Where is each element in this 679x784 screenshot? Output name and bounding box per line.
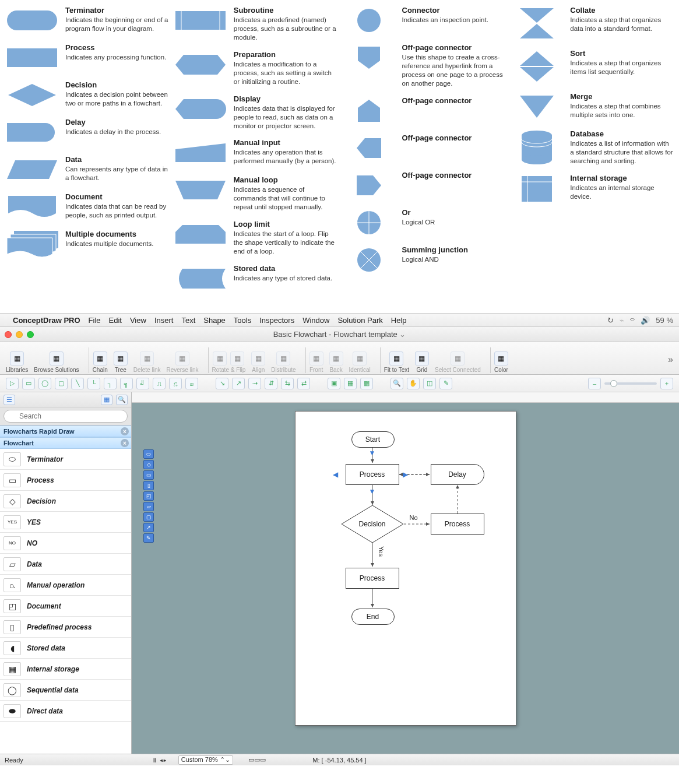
connector-tool-7[interactable]: ⎄ [185,378,198,389]
shape-item-data[interactable]: ▱Data [0,554,131,575]
close-section-icon[interactable]: × [121,427,129,435]
arrow-tool-1[interactable]: ↘ [216,378,228,389]
canvas[interactable]: ⬭ ◇ ▭ ▯ ◰ ▱ ▢ ↗ ✎ [132,403,679,754]
toolbar-chain[interactable]: ▦Chain [93,351,108,373]
menu-insert[interactable]: Insert [154,316,174,325]
arrow-tool-6[interactable]: ⇄ [297,378,310,389]
eyedropper-tool[interactable]: ✎ [439,378,452,389]
timemachine-icon[interactable]: ↻ [607,316,614,325]
pal-arrow[interactable]: ↗ [143,523,154,532]
app-name[interactable]: ConceptDraw PRO [13,316,80,325]
shape-item-stored-data[interactable]: ◖Stored data [0,638,131,659]
arrow-tool-3[interactable]: ⇢ [248,378,261,389]
node-process-1[interactable]: Process [346,464,399,485]
pal-process[interactable]: ▭ [143,470,154,480]
menu-view[interactable]: View [130,316,146,325]
shape-item-document[interactable]: ◰Document [0,596,131,617]
toolbar-overflow[interactable]: » [668,354,673,373]
ellipse-tool[interactable]: ◯ [38,378,51,389]
connector-tool-4[interactable]: ╝ [136,378,149,389]
toolbar-libraries[interactable]: ▦Libraries [6,351,28,373]
pal-data[interactable]: ▱ [143,502,154,511]
shape-item-predefined-process[interactable]: ▯Predefined process [0,617,131,638]
menu-shape[interactable]: Shape [203,316,226,325]
search-toggle-icon[interactable]: 🔍 [116,395,128,405]
shape-item-yes[interactable]: YESYES [0,512,131,533]
toolbar-browse-solutions[interactable]: ▦Browse Solutions [34,351,79,373]
menu-tools[interactable]: Tools [234,316,251,325]
toolbar-grid[interactable]: ▦Grid [415,351,429,373]
wifi-icon[interactable]: ⌔ [630,316,635,325]
close-section-icon[interactable]: × [121,439,129,447]
arrow-tool-4[interactable]: ⇵ [265,378,277,389]
zoom-in-button[interactable]: + [660,378,673,389]
panel-mode-icon[interactable]: ☰ [3,395,15,405]
toolbar-color[interactable]: ▦Color [494,351,508,373]
connector-tool-2[interactable]: ┐ [104,378,117,389]
node-decision[interactable]: Decision [341,505,404,543]
menu-window[interactable]: Window [302,316,329,325]
pal-document[interactable]: ◰ [143,491,154,501]
handle-icon[interactable]: ▼ [369,487,376,495]
shape-item-sequential-data[interactable]: ◯Sequential data [0,680,131,701]
svg-marker-22 [520,8,554,23]
crop-tool[interactable]: ◫ [423,378,436,389]
connector-tool-3[interactable]: ╗ [120,378,133,389]
node-start[interactable]: Start [351,431,395,448]
shape-item-internal-storage[interactable]: ▦Internal storage [0,659,131,680]
zoom-slider[interactable] [604,382,657,385]
pal-display[interactable]: ▢ [143,512,154,522]
pal-pencil[interactable]: ✎ [143,533,154,543]
shape-item-terminator[interactable]: ⬭Terminator [0,449,131,470]
shape-item-manual-operation[interactable]: ⏢Manual operation [0,575,131,596]
menu-help[interactable]: Help [391,316,407,325]
menu-text[interactable]: Text [181,316,195,325]
shape-item-no[interactable]: NONO [0,533,131,554]
connector-tool-1[interactable]: └ [87,378,100,389]
pal-subroutine[interactable]: ▯ [143,481,154,490]
menu-edit[interactable]: Edit [109,316,122,325]
group-tool-2[interactable]: ▦ [344,378,357,389]
node-process-2[interactable]: Process [431,514,484,535]
group-tool-3[interactable]: ▩ [360,378,373,389]
arrow-tool-5[interactable]: ⇆ [281,378,294,389]
connector-tool-5[interactable]: ⎍ [153,378,166,389]
shape-item-decision[interactable]: ◇Decision [0,491,131,512]
lib-section-flowchart[interactable]: Flowchart× [0,437,131,449]
shape-item-direct-data[interactable]: ⬬Direct data [0,701,131,722]
hand-tool[interactable]: ✋ [407,378,420,389]
toolbar-fit-to-text[interactable]: ▦Fit to Text [384,351,409,373]
arrow-tool-2[interactable]: ↗ [232,378,245,389]
volume-icon[interactable]: 🔊 [641,316,650,325]
node-end[interactable]: End [351,609,395,625]
pal-terminator[interactable]: ⬭ [143,449,154,459]
toolbar-tree[interactable]: ▦Tree [114,351,128,373]
search-input[interactable] [3,410,128,423]
handle-icon[interactable]: ▼ [369,449,376,457]
menu-file[interactable]: File [89,316,101,325]
group-tool-1[interactable]: ▣ [328,378,340,389]
ref-loop-limit: Loop limitIndicates the start of a loop.… [174,220,337,256]
node-delay[interactable]: Delay [431,464,484,485]
rect-tool[interactable]: ▭ [22,378,35,389]
pal-decision[interactable]: ◇ [143,460,154,469]
shape-item-process[interactable]: ▭Process [0,470,131,491]
node-process-3[interactable]: Process [346,568,399,589]
connector-tool-6[interactable]: ⎌ [169,378,182,389]
menu-solution-park[interactable]: Solution Park [337,316,382,325]
lib-section-rapid[interactable]: Flowcharts Rapid Draw× [0,426,131,437]
menu-inspectors[interactable]: Inspectors [259,316,294,325]
grid-view-icon[interactable]: ▦ [101,395,112,405]
handle-icon[interactable]: ▶ [403,470,408,479]
zoom-select[interactable]: Custom 78% ⌃⌄ [178,755,233,765]
document-title[interactable]: Basic Flowchart - Flowchart template ⌄ [0,330,679,339]
bluetooth-icon[interactable]: ⌁ [620,316,624,325]
handle-icon[interactable]: ◀ [333,470,338,479]
line-tool[interactable]: ╲ [71,378,84,389]
text-tool[interactable]: ▢ [55,378,68,389]
battery-percent[interactable]: 59 % [656,316,673,325]
zoom-out-button[interactable]: – [588,378,601,389]
page[interactable]: Start ▼ Process ◀ ▶ ▼ Delay Decision No … [295,411,516,726]
zoom-tool[interactable]: 🔍 [390,378,403,389]
pointer-tool[interactable]: ▷ [6,378,19,389]
